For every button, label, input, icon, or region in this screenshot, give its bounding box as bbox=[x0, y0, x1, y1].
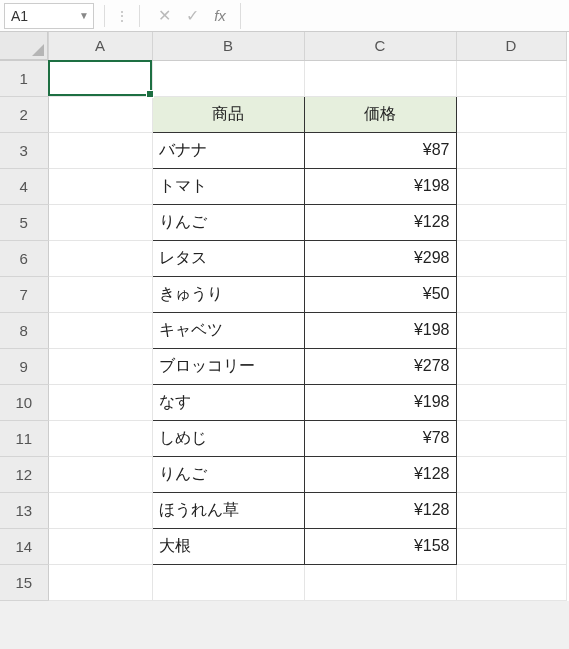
table-cell-price[interactable]: ¥198 bbox=[304, 168, 456, 204]
cell-A1[interactable] bbox=[48, 60, 152, 96]
row-header[interactable]: 12 bbox=[0, 456, 48, 492]
cell[interactable] bbox=[48, 276, 152, 312]
cell-A2[interactable] bbox=[48, 96, 152, 132]
separator bbox=[139, 5, 140, 27]
row-header[interactable]: 14 bbox=[0, 528, 48, 564]
cell[interactable] bbox=[48, 312, 152, 348]
table-cell-product[interactable]: ブロッコリー bbox=[152, 348, 304, 384]
table-cell-price[interactable]: ¥50 bbox=[304, 276, 456, 312]
cell[interactable] bbox=[456, 420, 566, 456]
cell[interactable] bbox=[456, 312, 566, 348]
cell[interactable] bbox=[48, 456, 152, 492]
cell[interactable] bbox=[48, 132, 152, 168]
row-header[interactable]: 4 bbox=[0, 168, 48, 204]
row-header[interactable]: 2 bbox=[0, 96, 48, 132]
row-header[interactable]: 7 bbox=[0, 276, 48, 312]
cell[interactable] bbox=[48, 420, 152, 456]
row-header[interactable]: 8 bbox=[0, 312, 48, 348]
col-header-A[interactable]: A bbox=[48, 32, 152, 60]
select-all-corner[interactable] bbox=[0, 32, 48, 60]
cell[interactable] bbox=[456, 564, 566, 600]
cell[interactable] bbox=[456, 384, 566, 420]
table-cell-price[interactable]: ¥198 bbox=[304, 384, 456, 420]
cell-D1[interactable] bbox=[456, 60, 566, 96]
table-cell-product[interactable]: 大根 bbox=[152, 528, 304, 564]
table-cell-price[interactable]: ¥128 bbox=[304, 456, 456, 492]
cell[interactable] bbox=[48, 528, 152, 564]
table-cell-product[interactable]: キャベツ bbox=[152, 312, 304, 348]
table-cell-product[interactable]: きゅうり bbox=[152, 276, 304, 312]
cell[interactable] bbox=[456, 528, 566, 564]
table-cell-price[interactable]: ¥87 bbox=[304, 132, 456, 168]
table-cell-price[interactable]: ¥128 bbox=[304, 204, 456, 240]
table-cell-price[interactable]: ¥298 bbox=[304, 240, 456, 276]
row-header[interactable]: 11 bbox=[0, 420, 48, 456]
table-header-product[interactable]: 商品 bbox=[152, 96, 304, 132]
name-box-value: A1 bbox=[11, 8, 28, 24]
cell[interactable] bbox=[456, 132, 566, 168]
cell[interactable] bbox=[456, 240, 566, 276]
table-cell-price[interactable]: ¥158 bbox=[304, 528, 456, 564]
row-header[interactable]: 13 bbox=[0, 492, 48, 528]
row-header[interactable]: 1 bbox=[0, 60, 48, 96]
grid-table: A B C D 1 2 商品 価格 3バナナ¥87 4トマト¥198 5りんご¥… bbox=[0, 32, 567, 601]
cell-D2[interactable] bbox=[456, 96, 566, 132]
cell[interactable] bbox=[48, 384, 152, 420]
row-header[interactable]: 3 bbox=[0, 132, 48, 168]
cell[interactable] bbox=[48, 168, 152, 204]
cell-C1[interactable] bbox=[304, 60, 456, 96]
formula-input[interactable] bbox=[240, 3, 569, 29]
row-header[interactable]: 6 bbox=[0, 240, 48, 276]
confirm-icon: ✓ bbox=[178, 6, 206, 25]
cell[interactable] bbox=[456, 168, 566, 204]
col-header-D[interactable]: D bbox=[456, 32, 566, 60]
table-cell-price[interactable]: ¥128 bbox=[304, 492, 456, 528]
cell[interactable] bbox=[48, 492, 152, 528]
cell[interactable] bbox=[456, 204, 566, 240]
cell[interactable] bbox=[304, 564, 456, 600]
cell[interactable] bbox=[48, 204, 152, 240]
cell[interactable] bbox=[48, 240, 152, 276]
row-header[interactable]: 15 bbox=[0, 564, 48, 600]
expand-dots-icon[interactable]: ⋮ bbox=[115, 9, 129, 23]
cell[interactable] bbox=[48, 564, 152, 600]
fx-icon[interactable]: fx bbox=[206, 7, 234, 24]
table-cell-product[interactable]: トマト bbox=[152, 168, 304, 204]
formula-bar: A1 ▼ ⋮ ✕ ✓ fx bbox=[0, 0, 569, 32]
cell[interactable] bbox=[456, 348, 566, 384]
table-cell-product[interactable]: なす bbox=[152, 384, 304, 420]
col-header-C[interactable]: C bbox=[304, 32, 456, 60]
table-cell-product[interactable]: りんご bbox=[152, 456, 304, 492]
table-cell-product[interactable]: りんご bbox=[152, 204, 304, 240]
row-header[interactable]: 5 bbox=[0, 204, 48, 240]
chevron-down-icon[interactable]: ▼ bbox=[79, 10, 89, 21]
cell[interactable] bbox=[48, 348, 152, 384]
col-header-B[interactable]: B bbox=[152, 32, 304, 60]
table-header-price[interactable]: 価格 bbox=[304, 96, 456, 132]
cell[interactable] bbox=[152, 564, 304, 600]
table-cell-price[interactable]: ¥78 bbox=[304, 420, 456, 456]
name-box[interactable]: A1 ▼ bbox=[4, 3, 94, 29]
cell[interactable] bbox=[456, 492, 566, 528]
table-cell-product[interactable]: バナナ bbox=[152, 132, 304, 168]
cell-B1[interactable] bbox=[152, 60, 304, 96]
table-cell-product[interactable]: ほうれん草 bbox=[152, 492, 304, 528]
table-cell-price[interactable]: ¥278 bbox=[304, 348, 456, 384]
cell[interactable] bbox=[456, 276, 566, 312]
row-header[interactable]: 9 bbox=[0, 348, 48, 384]
cancel-icon: ✕ bbox=[150, 6, 178, 25]
table-cell-product[interactable]: レタス bbox=[152, 240, 304, 276]
spreadsheet-grid[interactable]: A B C D 1 2 商品 価格 3バナナ¥87 4トマト¥198 5りんご¥… bbox=[0, 32, 569, 601]
cell[interactable] bbox=[456, 456, 566, 492]
row-header[interactable]: 10 bbox=[0, 384, 48, 420]
table-cell-price[interactable]: ¥198 bbox=[304, 312, 456, 348]
table-cell-product[interactable]: しめじ bbox=[152, 420, 304, 456]
separator bbox=[104, 5, 105, 27]
